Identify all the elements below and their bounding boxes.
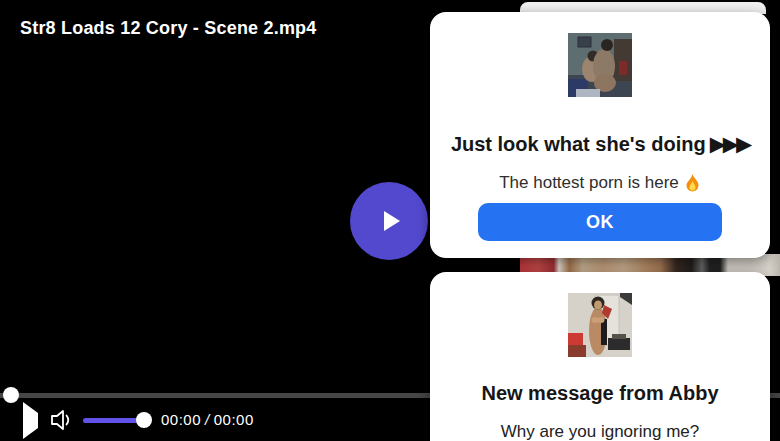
ok-button[interactable]: OK	[478, 203, 722, 241]
popup-subtext: Why are you ignoring me?	[430, 422, 770, 441]
play-button[interactable]	[19, 409, 41, 431]
play-icon	[384, 211, 400, 231]
video-title: Str8 Loads 12 Cory - Scene 2.mp4	[20, 18, 317, 39]
mute-button[interactable]	[50, 410, 74, 430]
current-time: 00:00	[161, 411, 201, 428]
popup-subtext-text: Why are you ignoring me?	[501, 422, 699, 441]
popup-headline: Just look what she's doing ▶▶▶	[430, 132, 770, 156]
duration: 00:00	[214, 411, 254, 428]
popup-subtext-text: The hottest porn is here	[499, 173, 679, 193]
time-display: 00:00/00:00	[161, 411, 254, 428]
seek-thumb[interactable]	[3, 387, 19, 403]
popup-headline-text: Just look what she's doing	[451, 133, 706, 156]
popup-thumbnail-webcam-couple[interactable]	[568, 33, 632, 97]
fire-icon	[684, 174, 701, 192]
big-play-button[interactable]	[350, 182, 428, 260]
volume-slider[interactable]	[83, 418, 144, 423]
volume-thumb[interactable]	[136, 412, 152, 428]
speaker-icon	[50, 410, 74, 430]
time-separator: /	[201, 411, 214, 428]
video-player: Str8 Loads 12 Cory - Scene 2.mp4 00:00/0…	[0, 0, 780, 441]
play-icon	[23, 402, 38, 439]
popup-headline-text: New message from Abby	[481, 382, 718, 405]
popup-headline: New message from Abby	[430, 382, 770, 405]
popup-ad-hottest-porn[interactable]: Just look what she's doing ▶▶▶ The hotte…	[430, 12, 770, 258]
popup-subtext: The hottest porn is here	[430, 173, 770, 193]
popup-thumbnail-abby-selfie[interactable]	[568, 293, 632, 357]
triple-play-arrows-icon: ▶▶▶	[710, 132, 749, 156]
popup-ad-new-message[interactable]: New message from Abby Why are you ignori…	[430, 272, 770, 441]
video-page: { "player": { "title": "Str8 Loads 12 Co…	[0, 0, 780, 441]
